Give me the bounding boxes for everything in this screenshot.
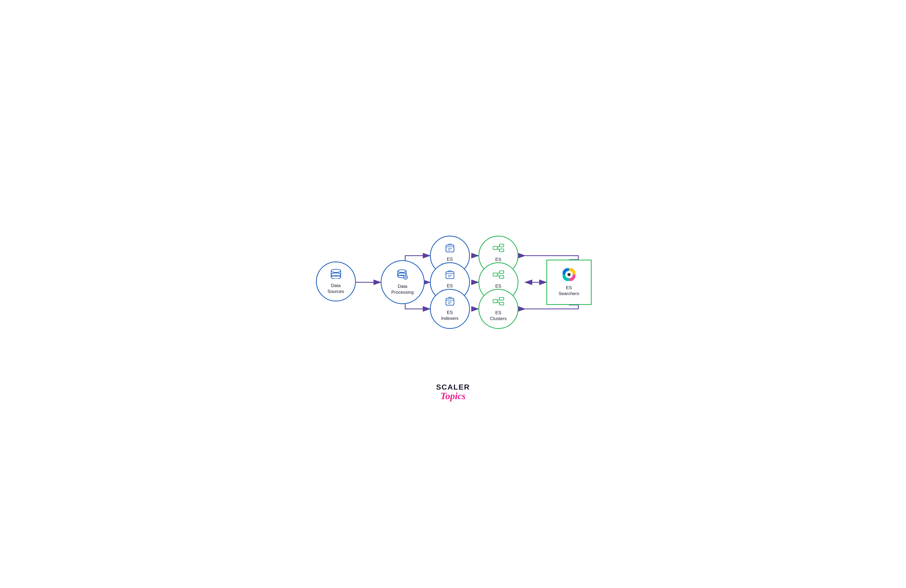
es-clusters-top-label: ES [495,257,501,263]
es-indexers-bot-icon [445,296,455,308]
data-sources-label: Data [331,283,341,289]
branding: SCALER Topics [436,384,470,402]
svg-rect-43 [499,298,504,300]
es-indexers-mid-label: ES [447,283,453,289]
svg-rect-32 [493,246,498,250]
data-sources-label2: Sources [327,289,344,295]
es-indexers-bot-label2: Indexers [441,316,458,322]
svg-rect-33 [499,244,504,247]
svg-point-49 [568,273,571,276]
es-clusters-bot-node: ES Clusters [479,289,518,329]
es-searchers-label2: Searchers [558,291,579,296]
es-indexers-mid-icon [445,270,455,282]
svg-point-10 [331,269,341,272]
es-clusters-mid-label: ES [495,284,501,289]
data-processing-label: Data [398,284,407,290]
data-processing-node: Data Processing [381,260,424,304]
es-indexers-top-icon [445,244,455,255]
svg-point-13 [398,270,406,272]
topics-text: Topics [436,391,470,402]
scaler-text: SCALER [436,384,470,391]
svg-rect-38 [499,271,504,274]
data-processing-label2: Processing [391,290,414,295]
es-clusters-bot-label2: Clusters [490,316,506,322]
es-indexers-bot-node: ES Indexers [430,289,470,329]
es-searchers-label: ES [566,285,572,291]
svg-rect-42 [493,300,498,303]
svg-rect-34 [499,249,504,252]
es-clusters-top-icon [493,243,504,255]
es-clusters-bot-icon [493,296,504,308]
es-clusters-mid-icon [493,270,504,282]
svg-rect-44 [499,302,504,305]
es-searchers-node: ES Searchers [546,260,592,305]
svg-rect-37 [493,273,498,276]
es-searchers-icon [563,268,576,284]
es-indexers-bot-label: ES [447,310,453,316]
svg-rect-39 [499,276,504,278]
es-clusters-bot-label: ES [495,310,501,316]
es-indexers-top-label: ES [447,257,453,262]
data-sources-node: Data Sources [316,261,356,301]
data-processing-icon [397,269,408,282]
data-sources-icon [330,269,342,281]
diagram-container: Data Sources [306,192,600,373]
